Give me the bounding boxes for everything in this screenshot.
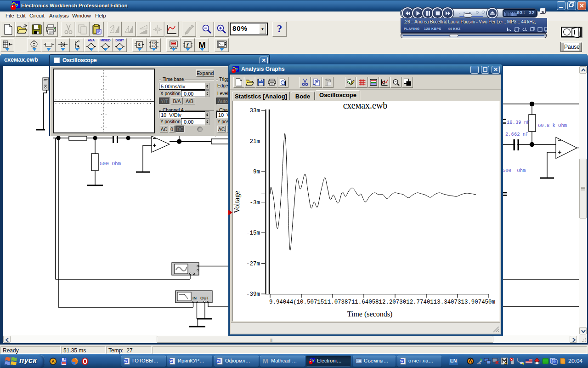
- svg-text:33m: 33m: [249, 108, 260, 114]
- svg-text:A: A: [51, 359, 55, 364]
- svg-text:-15m: -15m: [246, 230, 260, 236]
- svg-text:-39m: -39m: [246, 291, 260, 298]
- svg-text:18.39 nF: 18.39 nF: [507, 120, 530, 125]
- svg-text:69.8 k Ohm: 69.8 k Ohm: [538, 123, 567, 128]
- svg-text:W: W: [124, 359, 128, 363]
- svg-text:OUT: OUT: [200, 296, 209, 300]
- svg-text:IN: IN: [192, 296, 197, 300]
- svg-text:M: M: [263, 357, 268, 365]
- svg-text:Voltage: Voltage: [233, 191, 241, 213]
- svg-text:500 Ohm: 500 Ohm: [503, 168, 526, 173]
- svg-text:9m: 9m: [253, 169, 260, 175]
- svg-text:-3m: -3m: [249, 200, 260, 206]
- svg-text:f: f: [187, 42, 189, 47]
- svg-text:W: W: [217, 359, 220, 363]
- svg-text:21m: 21m: [249, 138, 260, 145]
- svg-text:схемах.ewb: схемах.ewb: [343, 101, 388, 110]
- svg-text:&: &: [138, 42, 141, 47]
- svg-text:Time (seconds): Time (seconds): [347, 310, 393, 318]
- svg-text:-27m: -27m: [246, 261, 260, 267]
- svg-text:500 Ohm: 500 Ohm: [100, 161, 121, 167]
- svg-text:S Q: S Q: [152, 42, 157, 45]
- svg-text:9.94044(10.5071511.0738711.640: 9.94044(10.5071511.0738711.6405812.20730…: [269, 299, 495, 305]
- svg-text:2.662 nF: 2.662 nF: [505, 132, 528, 137]
- svg-text:W: W: [170, 359, 173, 363]
- svg-text:W: W: [400, 359, 404, 363]
